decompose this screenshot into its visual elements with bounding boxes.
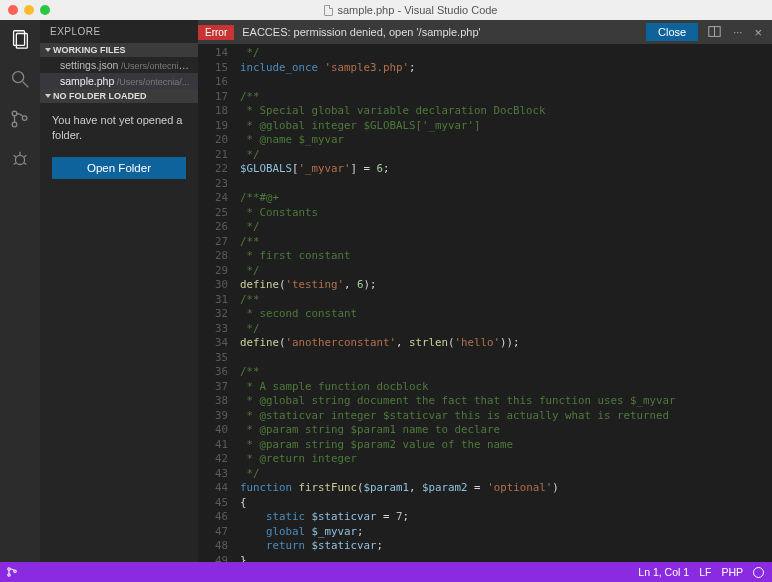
working-file-item[interactable]: sample.php /Users/ontecnia/... bbox=[40, 73, 198, 89]
notification-close-button[interactable]: Close bbox=[646, 23, 698, 41]
svg-line-11 bbox=[14, 163, 17, 165]
git-branch-icon[interactable] bbox=[0, 566, 24, 578]
window-title: sample.php - Visual Studio Code bbox=[337, 4, 497, 16]
document-icon bbox=[324, 5, 333, 16]
code-editor[interactable]: 1415161718192021222324252627282930313233… bbox=[198, 44, 772, 562]
svg-point-15 bbox=[8, 568, 10, 570]
activity-explorer[interactable] bbox=[9, 28, 31, 54]
svg-point-2 bbox=[13, 72, 24, 83]
svg-line-12 bbox=[24, 163, 27, 165]
sidebar: EXPLORE WORKING FILES settings.json /Use… bbox=[40, 20, 198, 562]
more-icon[interactable]: ··· bbox=[733, 26, 742, 38]
open-folder-button[interactable]: Open Folder bbox=[52, 157, 186, 179]
svg-point-16 bbox=[8, 574, 10, 576]
activity-debug[interactable] bbox=[9, 148, 31, 174]
section-no-folder[interactable]: NO FOLDER LOADED bbox=[40, 89, 198, 103]
working-files-list: settings.json /Users/ontecnia/...sample.… bbox=[40, 57, 198, 89]
close-icon[interactable]: × bbox=[754, 25, 762, 40]
svg-point-7 bbox=[15, 155, 24, 164]
svg-point-4 bbox=[12, 111, 17, 116]
traffic-max[interactable] bbox=[40, 5, 50, 15]
svg-point-5 bbox=[12, 122, 17, 127]
status-language[interactable]: PHP bbox=[721, 566, 743, 578]
notification-tag: Error bbox=[198, 25, 234, 40]
svg-point-6 bbox=[22, 116, 27, 121]
svg-line-3 bbox=[23, 82, 29, 88]
line-gutter: 1415161718192021222324252627282930313233… bbox=[198, 44, 240, 562]
chevron-down-icon bbox=[45, 48, 51, 52]
activity-search[interactable] bbox=[9, 68, 31, 94]
status-bar: Ln 1, Col 1 LF PHP bbox=[0, 562, 772, 582]
working-file-item[interactable]: settings.json /Users/ontecnia/... bbox=[40, 57, 198, 73]
svg-point-17 bbox=[14, 570, 16, 572]
chevron-down-icon bbox=[45, 94, 51, 98]
notification-message: EACCES: permission denied, open '/sample… bbox=[234, 26, 480, 38]
code-content[interactable]: */include_once 'sample3.php'; /** * Spec… bbox=[240, 44, 772, 562]
no-folder-message: You have not yet opened a folder. bbox=[40, 103, 198, 153]
split-editor-icon[interactable] bbox=[708, 25, 721, 40]
notification-bar: Error EACCES: permission denied, open '/… bbox=[198, 20, 772, 44]
section-working-files[interactable]: WORKING FILES bbox=[40, 43, 198, 57]
editor-area: Error EACCES: permission denied, open '/… bbox=[198, 20, 772, 562]
traffic-close[interactable] bbox=[8, 5, 18, 15]
status-eol[interactable]: LF bbox=[699, 566, 711, 578]
status-ln-col[interactable]: Ln 1, Col 1 bbox=[638, 566, 689, 578]
svg-line-10 bbox=[24, 155, 27, 157]
feedback-icon[interactable] bbox=[753, 567, 764, 578]
traffic-min[interactable] bbox=[24, 5, 34, 15]
activity-bar bbox=[0, 20, 40, 562]
sidebar-header: EXPLORE bbox=[40, 20, 198, 43]
svg-line-9 bbox=[14, 155, 17, 157]
titlebar: sample.php - Visual Studio Code bbox=[0, 0, 772, 20]
activity-source-control[interactable] bbox=[9, 108, 31, 134]
